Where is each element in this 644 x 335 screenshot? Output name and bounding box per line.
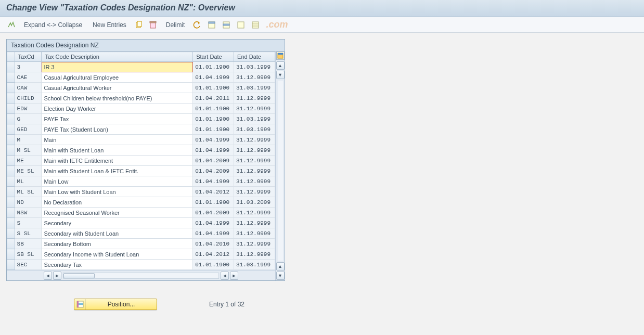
cell-taxcd[interactable]: ND xyxy=(15,197,42,208)
cell-start[interactable]: 01.04.2012 xyxy=(193,249,234,260)
cell-end[interactable]: 31.12.9999 xyxy=(234,208,275,218)
scroll-down-end-icon[interactable]: ▼ xyxy=(276,272,285,280)
row-selector[interactable] xyxy=(7,176,15,187)
cell-desc[interactable]: Secondary with Student Loan xyxy=(42,228,193,239)
scroll-down-icon[interactable]: ▼ xyxy=(276,71,285,79)
cell-desc[interactable]: PAYE Tax xyxy=(42,114,193,124)
table-row[interactable]: ME SLMain with Student Loan & IETC Entit… xyxy=(7,166,275,176)
cell-end[interactable]: 31.03.1999 xyxy=(234,114,275,124)
cell-start[interactable]: 01.01.1900 xyxy=(193,114,234,124)
row-selector[interactable] xyxy=(7,249,15,260)
cell-end[interactable]: 31.03.2009 xyxy=(234,197,275,208)
delimit-button[interactable]: Delimit xyxy=(162,20,189,30)
copy-icon[interactable] xyxy=(133,20,145,30)
table-row[interactable]: 3IR 301.01.190031.03.1999 xyxy=(7,62,275,72)
cell-end[interactable]: 31.12.9999 xyxy=(234,156,275,166)
cell-taxcd[interactable]: CAE xyxy=(15,72,42,83)
expand-collapse-button[interactable]: Expand <-> Collapse xyxy=(20,20,86,30)
cell-desc[interactable]: Main with IETC Entitlement xyxy=(42,156,193,166)
table-row[interactable]: SBSecondary Bottom01.04.201031.12.9999 xyxy=(7,239,275,249)
cell-taxcd[interactable]: CAW xyxy=(15,83,42,93)
cell-start[interactable]: 01.04.1999 xyxy=(193,72,234,83)
row-selector[interactable] xyxy=(7,228,15,239)
cell-end[interactable]: 31.03.1999 xyxy=(234,83,275,93)
table-row[interactable]: SSecondary01.04.199931.12.9999 xyxy=(7,218,275,228)
table-row[interactable]: CAECasual Agricultural Employee01.04.199… xyxy=(7,72,275,83)
row-selector[interactable] xyxy=(7,197,15,208)
cell-start[interactable]: 01.04.2012 xyxy=(193,187,234,197)
cell-taxcd[interactable]: S xyxy=(15,218,42,228)
cell-desc[interactable]: Main Low with Student Loan xyxy=(42,187,193,197)
cell-start[interactable]: 01.01.1900 xyxy=(193,260,234,270)
table-row[interactable]: GPAYE Tax01.01.190031.03.1999 xyxy=(7,114,275,124)
row-selector[interactable] xyxy=(7,260,15,270)
cell-end[interactable]: 31.12.9999 xyxy=(234,228,275,239)
row-selector[interactable] xyxy=(7,104,15,114)
cell-start[interactable]: 01.04.1999 xyxy=(193,176,234,187)
cell-taxcd[interactable]: NSW xyxy=(15,208,42,218)
select-block-icon[interactable] xyxy=(220,20,233,30)
row-selector[interactable] xyxy=(7,93,15,104)
cell-start[interactable]: 01.04.2009 xyxy=(193,208,234,218)
table-row[interactable]: S SLSecondary with Student Loan01.04.199… xyxy=(7,228,275,239)
cell-desc[interactable]: No Declaration xyxy=(42,197,193,208)
col-desc[interactable]: Tax Code Description xyxy=(42,52,193,62)
table-config-icon[interactable] xyxy=(276,51,285,60)
cell-end[interactable]: 31.12.9999 xyxy=(234,166,275,176)
cell-taxcd[interactable]: ME xyxy=(15,156,42,166)
cell-end[interactable]: 31.03.1999 xyxy=(234,124,275,135)
row-selector[interactable] xyxy=(7,239,15,249)
table-row[interactable]: SECSecondary Tax01.01.190031.03.1999 xyxy=(7,260,275,270)
cell-start[interactable]: 01.01.1900 xyxy=(193,104,234,114)
cell-start[interactable]: 01.04.1999 xyxy=(193,228,234,239)
v-scroll-track[interactable] xyxy=(278,81,283,261)
row-selector-header[interactable] xyxy=(7,52,15,62)
row-selector[interactable] xyxy=(7,124,15,135)
col-end[interactable]: End Date xyxy=(234,52,275,62)
delete-icon[interactable] xyxy=(147,20,160,30)
table-row[interactable]: CHILDSchool Children below threshold(no … xyxy=(7,93,275,104)
cell-start[interactable]: 01.04.2009 xyxy=(193,156,234,166)
cell-start[interactable]: 01.04.1999 xyxy=(193,135,234,145)
cell-desc[interactable]: Secondary Tax xyxy=(42,260,193,270)
cell-taxcd[interactable]: G xyxy=(15,114,42,124)
cell-taxcd[interactable]: S SL xyxy=(15,228,42,239)
cell-desc[interactable]: Main with Student Loan xyxy=(42,145,193,156)
cell-desc[interactable]: Main Low xyxy=(42,176,193,187)
cell-end[interactable]: 31.03.1999 xyxy=(234,260,275,270)
table-settings-icon[interactable] xyxy=(249,20,262,30)
cell-start[interactable]: 01.01.1900 xyxy=(193,83,234,93)
cell-end[interactable]: 31.12.9999 xyxy=(234,72,275,83)
col-taxcd[interactable]: TaxCd xyxy=(15,52,42,62)
cell-taxcd[interactable]: ML SL xyxy=(15,187,42,197)
cell-start[interactable]: 01.01.1900 xyxy=(193,197,234,208)
cell-taxcd[interactable]: GED xyxy=(15,124,42,135)
cell-start[interactable]: 01.04.1999 xyxy=(193,145,234,156)
cell-start[interactable]: 01.01.1900 xyxy=(193,124,234,135)
row-selector[interactable] xyxy=(7,166,15,176)
vertical-scrollbar[interactable]: ▲ ▼ ▲ ▼ xyxy=(275,51,285,280)
cell-desc[interactable]: School Children below threshold(no PAYE) xyxy=(42,93,193,104)
scroll-right-icon[interactable]: ► xyxy=(53,272,61,280)
cell-desc[interactable]: Secondary Bottom xyxy=(42,239,193,249)
table-row[interactable]: NDNo Declaration01.01.190031.03.2009 xyxy=(7,197,275,208)
cell-desc[interactable]: Main xyxy=(42,135,193,145)
cell-end[interactable]: 31.12.9999 xyxy=(234,93,275,104)
scroll-up-icon[interactable]: ▲ xyxy=(276,61,285,70)
cell-end[interactable]: 31.03.1999 xyxy=(234,62,275,72)
row-selector[interactable] xyxy=(7,62,15,72)
scroll-left-icon[interactable]: ◄ xyxy=(44,272,52,280)
select-all-icon[interactable] xyxy=(205,20,218,30)
table-row[interactable]: SB SLSecondary Income with Student Loan0… xyxy=(7,249,275,260)
row-selector[interactable] xyxy=(7,208,15,218)
cell-desc[interactable]: Main with Student Loan & IETC Entit. xyxy=(42,166,193,176)
cell-start[interactable]: 01.01.1900 xyxy=(193,62,234,72)
cell-desc[interactable]: Secondary xyxy=(42,218,193,228)
cell-desc[interactable]: Casual Agricultural Worker xyxy=(42,83,193,93)
table-row[interactable]: GEDPAYE Tax (Student Loan)01.01.190031.0… xyxy=(7,124,275,135)
table-row[interactable]: MMain01.04.199931.12.9999 xyxy=(7,135,275,145)
cell-end[interactable]: 31.12.9999 xyxy=(234,135,275,145)
row-selector[interactable] xyxy=(7,114,15,124)
cell-taxcd[interactable]: M SL xyxy=(15,145,42,156)
table-row[interactable]: CAWCasual Agricultural Worker01.01.19003… xyxy=(7,83,275,93)
